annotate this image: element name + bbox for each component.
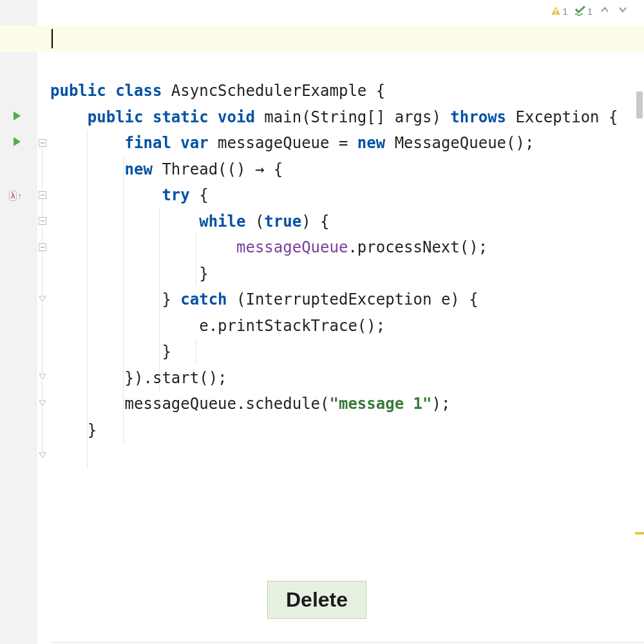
- typo-icon: [574, 6, 586, 16]
- code-line: e.printStackTrace();: [50, 313, 644, 339]
- code-line: final var messageQueue = new MessageQueu…: [50, 130, 644, 156]
- editor-area[interactable]: 1 1: [50, 0, 644, 644]
- svg-marker-12: [39, 401, 46, 406]
- code-line: messageQueue.processNext();: [50, 234, 644, 261]
- fold-end-icon[interactable]: [39, 400, 46, 408]
- code-line: } catch (InterruptedException e) {: [50, 287, 644, 313]
- svg-marker-1: [14, 137, 21, 146]
- svg-marker-11: [39, 374, 46, 379]
- code-line: }: [50, 261, 644, 287]
- current-line-highlight: [0, 26, 644, 52]
- svg-marker-10: [39, 296, 46, 301]
- warning-indicator[interactable]: 1: [551, 6, 567, 17]
- warning-icon: [551, 6, 561, 16]
- warning-count: 1: [562, 6, 567, 17]
- code-line: public static void main(String[] args) t…: [50, 104, 644, 131]
- fold-toggle-icon[interactable]: [39, 191, 46, 199]
- gutter: λ↑: [0, 0, 37, 644]
- code-line: messageQueue.schedule("message 1");: [50, 391, 644, 417]
- code-line: try {: [50, 182, 644, 209]
- fold-end-icon[interactable]: [39, 374, 46, 381]
- code-line: while (true) {: [50, 209, 644, 235]
- fold-toggle-icon[interactable]: [39, 217, 46, 225]
- prev-highlight-icon[interactable]: [599, 5, 611, 17]
- code-line: }).start();: [50, 365, 644, 392]
- typo-indicator[interactable]: 1: [574, 6, 592, 17]
- next-highlight-icon[interactable]: [617, 5, 629, 17]
- scroll-warning-mark[interactable]: [635, 532, 644, 535]
- text-caret: [52, 29, 53, 48]
- delete-button[interactable]: Delete: [267, 581, 366, 619]
- svg-rect-15: [555, 9, 556, 12]
- bottom-divider: [50, 642, 644, 643]
- typo-count: 1: [587, 6, 592, 17]
- fold-end-icon[interactable]: [39, 452, 46, 460]
- svg-marker-13: [39, 453, 46, 458]
- code-line: }: [50, 417, 644, 444]
- fold-toggle-icon[interactable]: [39, 243, 46, 251]
- svg-rect-16: [555, 13, 556, 14]
- code-line: public class AsyncSchedulerExample {: [50, 78, 644, 104]
- run-class-icon[interactable]: [12, 111, 22, 121]
- fold-toggle-icon[interactable]: [39, 139, 46, 147]
- inspection-bar: 1 1: [551, 5, 629, 17]
- run-method-icon[interactable]: [12, 137, 22, 147]
- fold-end-icon[interactable]: [39, 296, 46, 303]
- fold-column: [37, 0, 50, 644]
- code-line: }: [50, 339, 644, 365]
- extract-lambda-icon[interactable]: λ↑: [9, 191, 22, 201]
- delete-button-label: Delete: [286, 588, 348, 611]
- code-line: new Thread(() → {: [50, 156, 644, 183]
- svg-marker-0: [14, 111, 21, 120]
